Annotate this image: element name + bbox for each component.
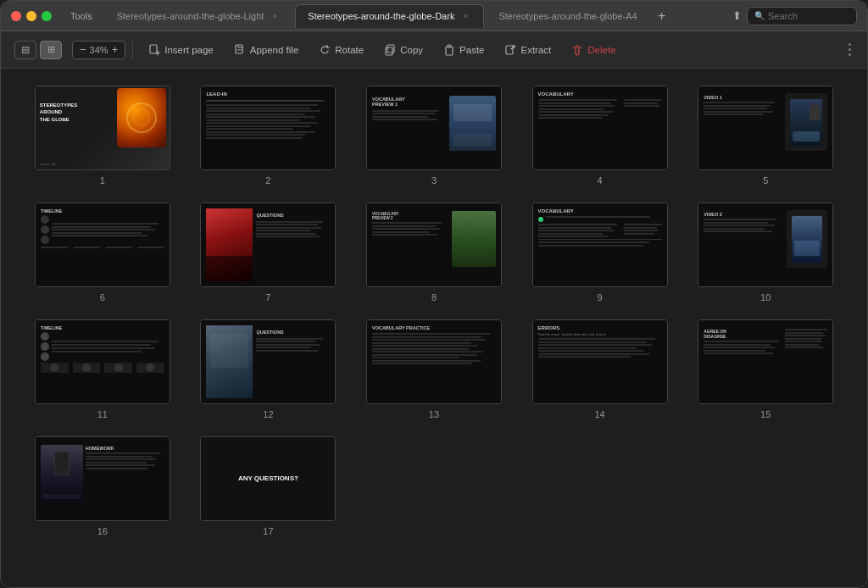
tab-close-icon[interactable]: × <box>459 10 471 22</box>
tab-label: Stereotypes-around-the-globe-Dark <box>308 11 454 21</box>
slide-number: 12 <box>263 409 273 419</box>
slide-thumbnail[interactable]: STEREOTYPESAROUNDTHE GLOBE source info <box>35 86 170 170</box>
tab-close-icon[interactable]: × <box>269 10 281 22</box>
append-file-icon <box>234 44 246 56</box>
delete-icon <box>571 44 583 56</box>
tools-menu[interactable]: Tools <box>65 9 97 23</box>
slide-item[interactable]: ANY QUESTIONS? 17 <box>192 436 345 536</box>
slide-thumbnail[interactable]: LEAD-IN <box>200 86 336 170</box>
slide-number: 16 <box>97 526 108 536</box>
slide-number: 13 <box>429 409 439 419</box>
slide-thumbnail[interactable]: VOCABULARY <box>532 202 668 287</box>
zoom-plus-button[interactable]: + <box>110 43 120 56</box>
share-button[interactable]: ⬆ <box>732 9 742 22</box>
zoom-minus-button[interactable]: − <box>78 43 88 56</box>
slide-number: 1 <box>100 175 105 186</box>
slide-thumbnail[interactable]: VOCABULARYPREVIEW 1 <box>366 86 502 170</box>
slide-item[interactable]: HOMEWORK <box>26 436 179 536</box>
toolbar: ▤ ⊞ − 34% + Insert page <box>1 31 867 69</box>
single-view-icon: ▤ <box>21 44 30 55</box>
paste-label: Paste <box>459 45 484 55</box>
slide-item[interactable]: QUESTIONS 12 <box>192 319 345 419</box>
delete-button[interactable]: Delete <box>563 41 624 59</box>
rotate-label: Rotate <box>335 45 364 55</box>
svg-rect-3 <box>236 45 242 53</box>
slide-item[interactable]: ERRORS Find the errors, double-click eac… <box>524 319 676 419</box>
slide-item[interactable]: VOCABULARYPREVIEW 1 <box>358 86 510 186</box>
slide-thumbnail[interactable]: QUESTIONS <box>200 319 336 404</box>
svg-rect-6 <box>386 47 392 55</box>
slide-number: 4 <box>598 175 603 186</box>
slide-item[interactable]: VIDEO 2 <box>689 202 842 302</box>
grid-view-icon: ⊞ <box>47 44 55 55</box>
extract-button[interactable]: Extract <box>496 41 559 59</box>
slide-number: 14 <box>594 409 604 419</box>
search-icon: 🔍 <box>754 11 765 20</box>
tab-a4[interactable]: Stereotypes-around-the-globe-A4 <box>486 4 649 28</box>
extract-label: Extract <box>520 45 551 55</box>
slide-number: 6 <box>100 292 105 302</box>
slide-thumbnail[interactable]: VIDEO 2 <box>698 202 833 287</box>
slide-item[interactable]: LEAD-IN <box>192 86 345 186</box>
tabs-area: Stereotypes-around-the-globe-Light × Ste… <box>104 4 726 28</box>
slide-item[interactable]: VOCABULARY <box>524 86 676 186</box>
slide-item[interactable]: VOCABULARY <box>524 202 676 302</box>
append-file-label: Append file <box>250 45 299 55</box>
slide-thumbnail[interactable]: HOMEWORK <box>35 436 170 521</box>
slide-number: 9 <box>598 292 603 302</box>
rotate-icon <box>319 44 331 56</box>
title-bar: Tools Stereotypes-around-the-globe-Light… <box>1 1 867 31</box>
view-controls: ▤ ⊞ <box>14 41 62 59</box>
grid-view-button[interactable]: ⊞ <box>40 41 62 59</box>
slide-thumbnail[interactable]: AGREE ORDISAGREE <box>698 319 833 404</box>
slide-item[interactable]: TIMELINE <box>26 202 179 302</box>
slide-thumbnail[interactable]: VOCABULARYPREVIEW 2 <box>366 202 502 287</box>
slide-thumbnail[interactable]: VOCABULARY PRACTICE <box>366 319 502 404</box>
slide-number: 17 <box>263 526 273 536</box>
add-tab-button[interactable]: + <box>652 6 672 26</box>
slide-thumbnail[interactable]: TIMELINE <box>35 202 170 287</box>
slide-thumbnail[interactable]: QUESTIONS <box>200 202 336 287</box>
slide-item[interactable]: TIMELINE <box>26 319 179 419</box>
tab-label: Stereotypes-around-the-globe-Light <box>117 11 264 21</box>
slide-number: 15 <box>760 409 771 419</box>
rotate-button[interactable]: Rotate <box>310 41 372 59</box>
slide-item[interactable]: VOCABULARYPREVIEW 2 <box>358 202 510 302</box>
slide-number: 7 <box>265 292 270 302</box>
copy-icon <box>384 44 396 56</box>
minimize-button[interactable] <box>26 11 36 21</box>
delete-label: Delete <box>587 45 615 55</box>
zoom-value: 34% <box>90 45 108 55</box>
slide-thumbnail[interactable]: ANY QUESTIONS? <box>200 436 336 521</box>
traffic-lights <box>11 11 52 21</box>
copy-label: Copy <box>400 45 423 55</box>
slide-item[interactable]: AGREE ORDISAGREE <box>689 319 842 419</box>
slides-content: STEREOTYPESAROUNDTHE GLOBE source info 1… <box>1 69 867 587</box>
tab-light[interactable]: Stereotypes-around-the-globe-Light × <box>104 4 294 28</box>
insert-page-button[interactable]: Insert page <box>140 41 222 59</box>
slide-item[interactable]: VIDEO 1 <box>689 86 842 186</box>
slide-number: 8 <box>431 292 437 302</box>
maximize-button[interactable] <box>42 11 52 21</box>
slide-thumbnail[interactable]: TIMELINE <box>35 319 170 404</box>
svg-rect-9 <box>506 46 513 54</box>
slide-number: 11 <box>97 409 108 419</box>
slide-item[interactable]: VOCABULARY PRACTICE <box>358 319 510 419</box>
single-view-button[interactable]: ▤ <box>14 41 36 59</box>
copy-button[interactable]: Copy <box>376 41 431 59</box>
slide-number: 10 <box>760 292 771 302</box>
append-file-button[interactable]: Append file <box>225 41 308 59</box>
slide-item[interactable]: STEREOTYPESAROUNDTHE GLOBE source info 1 <box>26 86 179 186</box>
slide-thumbnail[interactable]: VOCABULARY <box>532 86 668 170</box>
more-options[interactable] <box>849 42 854 58</box>
search-box[interactable]: 🔍 <box>747 7 857 25</box>
paste-button[interactable]: Paste <box>435 41 492 59</box>
close-button[interactable] <box>11 11 21 21</box>
extract-icon <box>504 44 516 56</box>
slide-item[interactable]: QUESTIONS 7 <box>192 202 345 302</box>
right-controls: ⬆ 🔍 <box>732 7 857 25</box>
search-input[interactable] <box>768 11 844 21</box>
tab-dark[interactable]: Stereotypes-around-the-globe-Dark × <box>295 4 484 28</box>
slide-thumbnail[interactable]: VIDEO 1 <box>698 86 833 170</box>
slide-thumbnail[interactable]: ERRORS Find the errors, double-click eac… <box>532 319 668 404</box>
